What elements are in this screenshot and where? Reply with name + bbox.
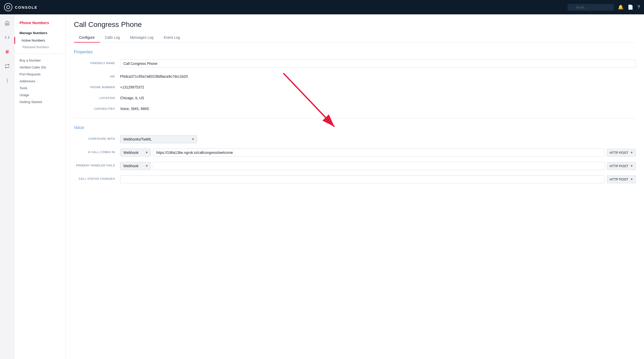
primary-handler-url-input[interactable] [153,162,605,170]
sidebar-separator-1 [14,54,65,54]
sidebar-item-port-requests[interactable]: Port Requests [14,71,65,78]
page-title: Call Congress Phone [74,21,636,29]
tab-calls-log[interactable]: Calls Log [100,33,125,43]
configure-with-select[interactable]: Webhooks/TwiML TwiML Bin Studio Flow [120,135,197,143]
friendly-name-row: FRIENDLY NAME [74,59,636,68]
configure-with-select-wrap: Webhooks/TwiML TwiML Bin Studio Flow ▼ [120,135,197,143]
topnav-icons: 🔔 📄 ? [618,4,640,10]
call-comes-in-controls: Webhook TwiML Bin ▼ HTTP POST HTTP GET ▼ [120,148,636,157]
sid-row: SID PNdca371c95a7a60238d9aca9c7dcc1b20 [74,73,636,78]
phone-number-label: PHONE NUMBER [74,84,120,89]
sidebar-item-addresses[interactable]: Addresses [14,78,65,85]
loop-icon[interactable] [3,62,12,71]
primary-handler-method-select[interactable]: HTTP POST HTTP GET [607,162,636,170]
sidebar-title: Phone Numbers [14,21,65,29]
call-status-method-wrap: HTTP POST HTTP GET ▼ [607,175,636,183]
location-row: LOCATION Chicago, IL US [74,94,636,100]
friendly-name-label: FRIENDLY NAME [74,59,120,65]
call-comes-in-method-select[interactable]: HTTP POST HTTP GET [607,149,636,157]
primary-handler-method-wrap: HTTP POST HTTP GET ▼ [607,162,636,170]
svg-line-5 [7,50,8,54]
hash-icon[interactable] [3,47,12,56]
call-comes-in-type-select[interactable]: Webhook TwiML Bin [120,148,151,157]
svg-point-6 [7,80,7,81]
svg-line-4 [6,50,7,54]
call-status-url-input[interactable] [120,175,605,183]
sid-value: PNdca371c95a7a60238d9aca9c7dcc1b20 [120,73,188,78]
more-icon[interactable] [3,76,12,85]
tabs: Configure Calls Log Messages Log Event L… [74,33,636,43]
notifications-icon[interactable]: 🔔 [618,4,623,10]
sidebar-item-verified-caller-ids[interactable]: Verified Caller IDs [14,64,65,71]
sidebar-item-usage[interactable]: Usage [14,92,65,98]
search-wrap [568,4,614,11]
help-icon[interactable]: ? [637,5,640,10]
call-comes-in-label: A CALL COMES IN [74,148,120,154]
sidebar: Phone Numbers Manage Numbers Active Numb… [14,14,66,359]
call-comes-in-type-wrap: Webhook TwiML Bin ▼ [120,148,151,157]
call-comes-in-method-wrap: HTTP POST HTTP GET ▼ [607,149,636,157]
svg-point-7 [7,79,7,79]
svg-point-8 [7,82,7,82]
voice-section-heading: Voice [74,125,636,130]
document-icon[interactable]: 📄 [628,4,633,10]
sidebar-item-active-numbers[interactable]: Active Numbers [14,37,65,44]
primary-handler-type-wrap: Webhook TwiML Bin ▼ [120,162,151,170]
sid-label: SID [74,73,120,78]
content-body: Properties FRIENDLY NAME SID PNdca371c95… [66,43,644,196]
call-status-label: CALL STATUS CHANGES [74,175,120,180]
sidebar-item-released-numbers[interactable]: Released Numbers [14,44,65,51]
page-header: Call Congress Phone Configure Calls Log … [66,14,644,43]
location-label: LOCATION [74,94,120,99]
configure-with-row: CONFIGURE WITH Webhooks/TwiML TwiML Bin … [74,135,636,143]
primary-handler-controls: Webhook TwiML Bin ▼ HTTP POST HTTP GET ▼ [120,162,636,170]
tab-configure[interactable]: Configure [74,33,100,43]
call-status-row: CALL STATUS CHANGES HTTP POST HTTP GET ▼ [74,175,636,183]
sidebar-item-tools[interactable]: Tools [14,85,65,92]
friendly-name-input[interactable] [120,59,636,68]
call-comes-in-url-input[interactable] [153,148,605,157]
capabilities-row: CAPABILITIES Voice, SMS, MMS [74,105,636,111]
sidebar-item-buy-number[interactable]: Buy a Number [14,57,65,64]
primary-handler-row: PRIMARY HANDLER FAILS Webhook TwiML Bin … [74,162,636,170]
logo-inner-circle [6,5,10,9]
phone-number-row: PHONE NUMBER +13129975372 [74,84,636,89]
tab-messages-log[interactable]: Messages Log [125,33,159,43]
sidebar-item-getting-started[interactable]: Getting Started [14,98,65,105]
section-divider [74,118,636,118]
manage-numbers-label: Manage Numbers [14,29,65,37]
phone-number-value: +13129975372 [120,84,144,89]
main-content: Call Congress Phone Configure Calls Log … [66,14,644,359]
icon-rail [0,14,14,359]
console-logo: CONSOLE [4,3,37,11]
call-comes-in-row: A CALL COMES IN Webhook TwiML Bin ▼ HTTP… [74,148,636,157]
capabilities-label: CAPABILITIES [74,105,120,110]
top-navigation: CONSOLE 🔔 📄 ? [0,0,644,14]
console-title: CONSOLE [15,5,37,9]
call-status-controls: HTTP POST HTTP GET ▼ [120,175,636,183]
primary-handler-type-select[interactable]: Webhook TwiML Bin [120,162,151,170]
primary-handler-label: PRIMARY HANDLER FAILS [74,162,120,167]
configure-with-label: CONFIGURE WITH [74,135,120,140]
code-icon[interactable] [3,33,12,42]
home-icon[interactable] [3,18,12,28]
properties-section-heading: Properties [74,50,636,54]
main-layout: Phone Numbers Manage Numbers Active Numb… [0,14,644,359]
logo-icon [4,3,12,11]
search-input[interactable] [568,4,614,11]
location-value: Chicago, IL US [120,94,144,100]
capabilities-value: Voice, SMS, MMS [120,105,149,111]
tab-event-log[interactable]: Event Log [159,33,185,43]
call-status-method-select[interactable]: HTTP POST HTTP GET [607,175,636,183]
